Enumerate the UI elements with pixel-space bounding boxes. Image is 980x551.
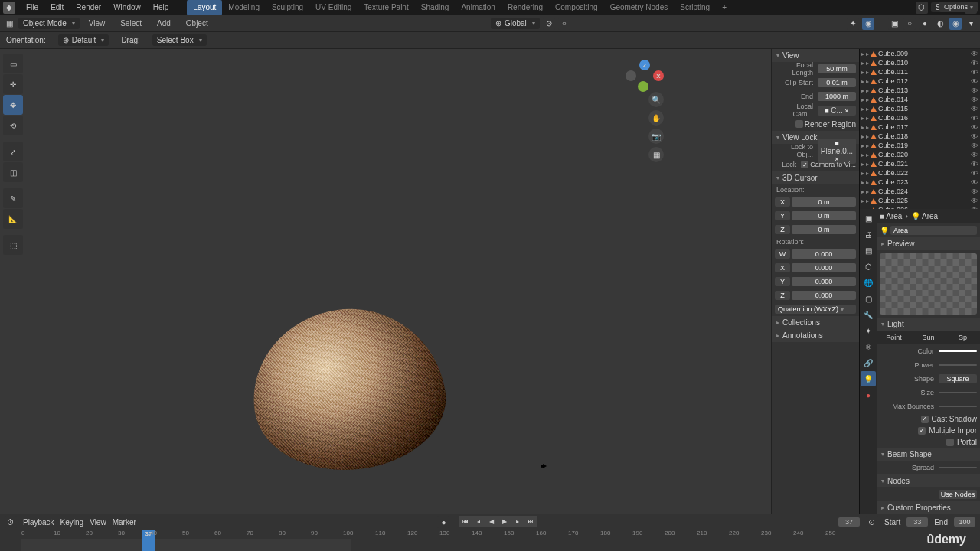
axis-neg[interactable] bbox=[626, 70, 636, 81]
tool-select[interactable]: ▭ bbox=[3, 54, 23, 73]
tab-uv[interactable]: UV Editing bbox=[309, 0, 358, 15]
proptab-world[interactable]: 🌐 bbox=[861, 275, 876, 290]
outliner[interactable]: ▸▸Cube.009👁▸▸Cube.010👁▸▸Cube.011👁▸▸Cube.… bbox=[859, 49, 980, 209]
lighttype-spot[interactable]: Sp bbox=[946, 331, 980, 344]
current-frame[interactable]: 37 bbox=[838, 517, 860, 527]
visibility-icon[interactable]: 👁 bbox=[971, 50, 978, 57]
loc-y-value[interactable]: 0 m bbox=[792, 211, 856, 220]
tool-addcube[interactable]: ⬚ bbox=[3, 235, 23, 255]
proptab-material[interactable]: ● bbox=[861, 387, 876, 403]
shading-wire-icon[interactable]: ○ bbox=[903, 18, 916, 30]
render-region-check[interactable] bbox=[795, 120, 803, 128]
drag-selectbox[interactable]: Select Box bbox=[152, 34, 207, 46]
tab-compositing[interactable]: Compositing bbox=[549, 0, 604, 15]
camera-icon[interactable]: 📷 bbox=[648, 129, 664, 144]
visibility-icon[interactable]: 👁 bbox=[971, 160, 978, 168]
outliner-item[interactable]: ▸▸Cube.013👁 bbox=[860, 86, 980, 95]
tab-animation[interactable]: Animation bbox=[455, 0, 501, 15]
breadcrumb-obj[interactable]: ■ Area bbox=[880, 212, 902, 220]
tab-sculpting[interactable]: Sculpting bbox=[266, 0, 309, 15]
outliner-item[interactable]: ▸▸Cube.023👁 bbox=[860, 178, 980, 187]
locktoobj-value[interactable]: ■ Plane.0... × bbox=[818, 139, 856, 164]
light-name[interactable]: Area bbox=[890, 226, 977, 235]
menu-edit[interactable]: Edit bbox=[44, 0, 70, 15]
visibility-icon[interactable]: 👁 bbox=[971, 132, 978, 140]
orientation-default[interactable]: ⊕ Default bbox=[58, 34, 109, 46]
scene-icon[interactable]: ⬡ bbox=[916, 2, 928, 14]
jump-start-icon[interactable]: ⏮ bbox=[459, 516, 472, 527]
header-select[interactable]: Select bbox=[114, 16, 148, 31]
proptab-modifier[interactable]: 🔧 bbox=[861, 307, 876, 322]
rotation-mode[interactable]: Quaternion (WXYZ) bbox=[775, 305, 856, 314]
axis-y[interactable] bbox=[638, 81, 648, 92]
visibility-icon[interactable]: 👁 bbox=[971, 178, 978, 186]
header-object[interactable]: Object bbox=[180, 16, 214, 31]
outliner-item[interactable]: ▸▸Cube.017👁 bbox=[860, 122, 980, 132]
shading-matprev-icon[interactable]: ◐ bbox=[934, 18, 946, 30]
tool-scale[interactable]: ⤢ bbox=[3, 142, 23, 161]
outliner-item[interactable]: ▸▸Cube.015👁 bbox=[860, 104, 980, 113]
outliner-item[interactable]: ▸▸Cube.012👁 bbox=[860, 77, 980, 86]
spread-value[interactable] bbox=[939, 467, 977, 468]
visibility-icon[interactable]: 👁 bbox=[971, 86, 978, 94]
proptab-physics[interactable]: ⚛ bbox=[861, 339, 876, 354]
orientation-dropdown[interactable]: ⊕ Global bbox=[491, 18, 540, 29]
proptab-output[interactable]: 🖨 bbox=[861, 227, 876, 242]
rot-x-value[interactable]: 0.000 bbox=[792, 263, 856, 272]
play-icon[interactable]: ▶ bbox=[498, 516, 511, 527]
visibility-icon[interactable]: 👁 bbox=[971, 105, 978, 112]
proportional-icon[interactable]: ○ bbox=[558, 18, 570, 30]
axis-z[interactable]: Z bbox=[639, 60, 650, 70]
panel-preview[interactable]: Preview bbox=[877, 237, 980, 250]
usenodes-button[interactable]: Use Nodes bbox=[939, 490, 977, 499]
mode-dropdown[interactable]: Object Mode bbox=[18, 18, 80, 29]
shading-solid-icon[interactable]: ● bbox=[919, 18, 931, 30]
keyframe-prev-icon[interactable]: ◂ bbox=[472, 516, 485, 527]
panel-light[interactable]: Light bbox=[877, 318, 980, 331]
mesh-object[interactable] bbox=[243, 297, 455, 483]
maxbounces-value[interactable] bbox=[939, 406, 977, 407]
tab-geometry[interactable]: Geometry Nodes bbox=[604, 0, 675, 15]
proptab-constraints[interactable]: 🔗 bbox=[861, 355, 876, 370]
perspective-icon[interactable]: ▦ bbox=[648, 147, 664, 162]
zoom-icon[interactable]: 🔍 bbox=[648, 92, 664, 107]
visibility-icon[interactable]: 👁 bbox=[971, 169, 978, 177]
outliner-item[interactable]: ▸▸Cube.024👁 bbox=[860, 187, 980, 196]
panel-beamshape[interactable]: Beam Shape bbox=[877, 448, 980, 461]
visibility-icon[interactable]: 👁 bbox=[971, 77, 978, 85]
shading-options-icon[interactable]: ▾ bbox=[965, 18, 977, 30]
overlay-icon[interactable]: ◉ bbox=[862, 18, 874, 30]
panel-annotations[interactable]: Annotations bbox=[772, 329, 859, 342]
outliner-item[interactable]: ▸▸Cube.010👁 bbox=[860, 58, 980, 67]
timeline-view[interactable]: View bbox=[90, 518, 106, 527]
menu-help[interactable]: Help bbox=[147, 0, 175, 15]
axis-x[interactable]: X bbox=[653, 70, 664, 81]
outliner-item[interactable]: ▸▸Cube.021👁 bbox=[860, 159, 980, 168]
outliner-item[interactable]: ▸▸Cube.018👁 bbox=[860, 132, 980, 141]
castshadow-check[interactable] bbox=[921, 416, 929, 423]
proptab-viewlayer[interactable]: ▤ bbox=[861, 243, 876, 258]
rot-y-value[interactable]: 0.000 bbox=[792, 277, 856, 286]
menu-render[interactable]: Render bbox=[70, 0, 107, 15]
end-frame[interactable]: 100 bbox=[954, 517, 975, 527]
outliner-item[interactable]: ▸▸Cube.019👁 bbox=[860, 141, 980, 150]
outliner-item[interactable]: ▸▸Cube.025👁 bbox=[860, 196, 980, 205]
size-value[interactable] bbox=[939, 392, 977, 393]
menu-file[interactable]: File bbox=[20, 0, 44, 15]
tool-transform[interactable]: ◫ bbox=[3, 162, 23, 182]
tab-modeling[interactable]: Modeling bbox=[222, 0, 266, 15]
shape-value[interactable]: Square bbox=[939, 374, 977, 383]
options-button[interactable]: Options bbox=[939, 2, 978, 12]
proptab-object[interactable]: ▢ bbox=[861, 291, 876, 306]
outliner-item[interactable]: ▸▸Cube.014👁 bbox=[860, 95, 980, 104]
proptab-data[interactable]: 💡 bbox=[861, 371, 876, 386]
camtoview-check[interactable] bbox=[801, 161, 808, 168]
autokey-icon[interactable]: ● bbox=[437, 516, 449, 528]
outliner-item[interactable]: ▸▸Cube.011👁 bbox=[860, 67, 980, 77]
tool-measure[interactable]: 📐 bbox=[3, 209, 23, 229]
header-view[interactable]: View bbox=[83, 16, 112, 31]
snap-icon[interactable]: ⊙ bbox=[543, 18, 555, 30]
rot-z-value[interactable]: 0.000 bbox=[792, 291, 856, 300]
tool-cursor[interactable]: ✛ bbox=[3, 74, 23, 94]
shading-rendered-icon[interactable]: ◉ bbox=[949, 18, 962, 30]
